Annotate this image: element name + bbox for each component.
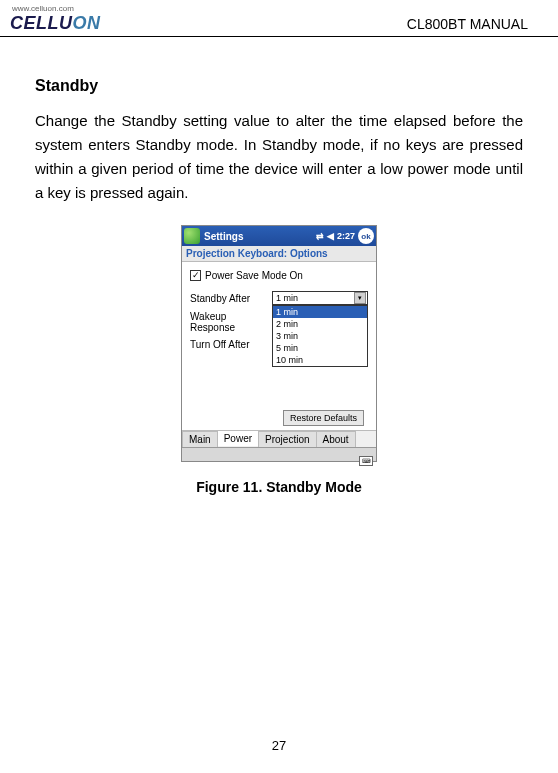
page-number: 27 xyxy=(0,738,558,753)
tab-main[interactable]: Main xyxy=(182,431,218,447)
tab-power[interactable]: Power xyxy=(217,430,259,446)
power-save-row: ✓ Power Save Mode On xyxy=(190,270,368,281)
logo-url: www.celluon.com xyxy=(12,4,101,13)
standby-row: Standby After 1 min ▾ 1 min 2 min 3 min … xyxy=(190,291,368,305)
page-header: www.celluon.com CELLUON CL800BT MANUAL xyxy=(0,0,558,37)
device-screenshot: Settings ⇄ ◀ 2:27 ok Projection Keyboard… xyxy=(181,225,377,462)
turnoff-label: Turn Off After xyxy=(190,339,268,350)
figure: Settings ⇄ ◀ 2:27 ok Projection Keyboard… xyxy=(35,225,523,495)
figure-caption: Figure 11. Standby Mode xyxy=(35,479,523,495)
manual-label: CL800BT MANUAL xyxy=(407,16,528,34)
dropdown-option[interactable]: 5 min xyxy=(273,342,367,354)
tab-bar: Main Power Projection About xyxy=(182,430,376,447)
keyboard-icon[interactable]: ⌨ xyxy=(359,456,373,466)
tab-about[interactable]: About xyxy=(316,431,356,447)
body-paragraph: Change the Standby setting value to alte… xyxy=(35,109,523,205)
logo-text: CELLUON xyxy=(10,13,101,34)
dropdown-option[interactable]: 1 min xyxy=(273,306,367,318)
start-icon[interactable] xyxy=(184,228,200,244)
tab-projection[interactable]: Projection xyxy=(258,431,316,447)
titlebar: Settings ⇄ ◀ 2:27 ok xyxy=(182,226,376,246)
standby-dropdown[interactable]: 1 min ▾ 1 min 2 min 3 min 5 min 10 min xyxy=(272,291,368,305)
standby-label: Standby After xyxy=(190,293,268,304)
dropdown-option[interactable]: 3 min xyxy=(273,330,367,342)
restore-row: Restore Defaults xyxy=(190,410,368,426)
power-save-label: Power Save Mode On xyxy=(205,270,303,281)
volume-icon[interactable]: ◀ xyxy=(327,231,334,241)
clock-text: 2:27 xyxy=(337,231,355,241)
ok-button[interactable]: ok xyxy=(358,228,374,244)
dropdown-option[interactable]: 10 min xyxy=(273,354,367,366)
settings-panel: ✓ Power Save Mode On Standby After 1 min… xyxy=(182,262,376,430)
titlebar-icons: ⇄ ◀ 2:27 ok xyxy=(316,228,374,244)
dropdown-option[interactable]: 2 min xyxy=(273,318,367,330)
sip-bar: ⌨ xyxy=(182,447,376,461)
power-save-checkbox[interactable]: ✓ xyxy=(190,270,201,281)
dropdown-list: 1 min 2 min 3 min 5 min 10 min xyxy=(272,305,368,367)
dropdown-selected[interactable]: 1 min ▾ xyxy=(272,291,368,305)
chevron-down-icon[interactable]: ▾ xyxy=(354,292,366,304)
titlebar-app: Settings xyxy=(204,231,316,242)
section-title: Standby xyxy=(35,77,523,95)
content: Standby Change the Standby setting value… xyxy=(0,37,558,495)
logo: www.celluon.com CELLUON xyxy=(10,4,101,34)
restore-defaults-button[interactable]: Restore Defaults xyxy=(283,410,364,426)
connectivity-icon[interactable]: ⇄ xyxy=(316,231,324,241)
wakeup-label: Wakeup Response xyxy=(190,311,268,333)
window-subheader: Projection Keyboard: Options xyxy=(182,246,376,262)
